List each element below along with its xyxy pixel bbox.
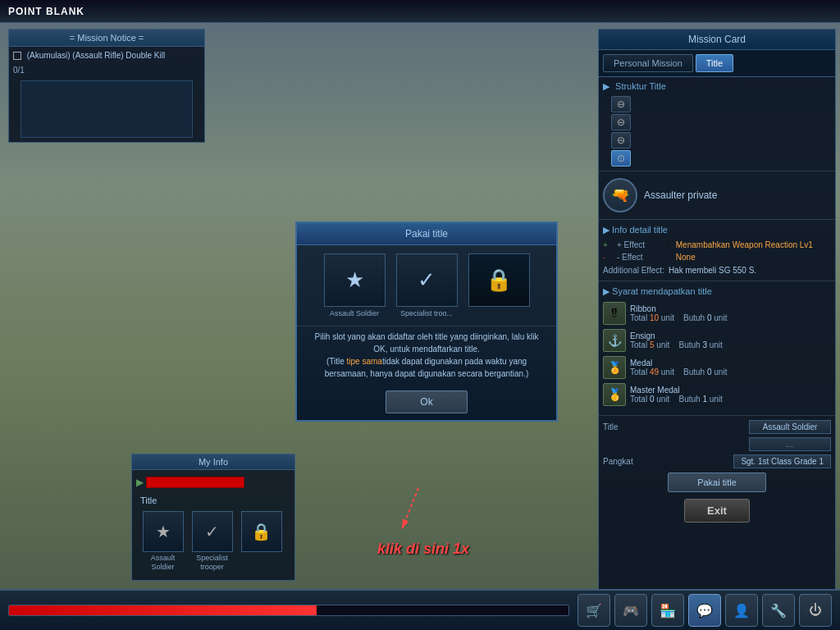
scroll-btn-1[interactable]: ⊖ bbox=[611, 96, 631, 112]
req-ribbon: 🎖 Ribbon Total 10 unit Butuh 0 unit bbox=[603, 302, 831, 325]
medal-name: Medal bbox=[630, 358, 831, 368]
bottom-progress-fill bbox=[9, 605, 317, 615]
modal-slot-2: ✓ Specialist troo... bbox=[394, 253, 459, 317]
title-slot-box-2[interactable]: ✓ bbox=[192, 511, 233, 552]
pangkat-row: Pangkat Sgt. 1st Class Grade 1 bbox=[603, 454, 831, 468]
ensign-info: Ensign Total 5 unit Butuh 3 unit bbox=[630, 331, 831, 349]
mission-checkbox[interactable] bbox=[13, 52, 21, 60]
dots-value: .... bbox=[749, 437, 831, 451]
selected-title-area: 🔫 Assaulter private bbox=[599, 171, 835, 220]
medal-info: Medal Total 49 unit Butuh 0 unit bbox=[630, 358, 831, 377]
req-medal: 🏅 Medal Total 49 unit Butuh 0 unit bbox=[603, 356, 831, 379]
my-info-title-slots: ★ Assault Soldier ✓ Specialisttrooper 🔒 bbox=[136, 507, 290, 576]
plus-effect-row: + + Effect : Menambahkan Weapon Reaction… bbox=[603, 240, 831, 249]
ribbon-butuh: 0 bbox=[707, 313, 712, 322]
mission-tabs: Personal Mission Title bbox=[599, 50, 835, 77]
title-scroll-buttons: ⊖ ⊖ ⊖ ⊙ bbox=[603, 96, 831, 167]
modal-title: Pakai title bbox=[297, 223, 556, 245]
master-medal-name: Master Medal bbox=[630, 386, 831, 395]
master-medal-details: Total 0 unit Butuh 1 unit bbox=[630, 395, 831, 404]
title-slot-box-1[interactable]: ★ bbox=[143, 511, 184, 552]
modal-slot-box-3[interactable]: 🔒 bbox=[468, 253, 530, 307]
title-icon: 🔫 bbox=[603, 178, 637, 212]
title-slot-1: ★ Assault Soldier bbox=[140, 511, 185, 572]
modal-text-highlight: tipe sama bbox=[347, 357, 382, 366]
bottom-icon-store[interactable]: 🏪 bbox=[651, 594, 684, 627]
bottom-icon-chat[interactable]: 💬 bbox=[688, 594, 721, 627]
expand-icon[interactable]: ▶ bbox=[603, 81, 609, 91]
title-slot-label-1: Assault Soldier bbox=[140, 554, 185, 572]
bottom-icon-profile[interactable]: 👤 bbox=[725, 594, 758, 627]
mission-card-panel: Mission Card Personal Mission Title ▶ St… bbox=[598, 29, 836, 603]
scroll-btn-3[interactable]: ⊖ bbox=[611, 132, 631, 148]
title-slot-3: 🔒 bbox=[239, 511, 284, 572]
tab-title[interactable]: Title bbox=[696, 54, 733, 72]
logo-area: POINT BLANK bbox=[0, 6, 93, 17]
title-slot-box-3[interactable]: 🔒 bbox=[241, 511, 282, 552]
title-extra-label: Title bbox=[603, 422, 644, 431]
modal-ok-button[interactable]: Ok bbox=[386, 390, 468, 413]
ensign-icon: ⚓ bbox=[603, 329, 626, 352]
title-slot-label-2: Specialisttrooper bbox=[189, 554, 235, 572]
ensign-details: Total 5 unit Butuh 3 unit bbox=[630, 340, 831, 349]
modal-instruction-text: Pilih slot yang akan didaftar oleh title… bbox=[297, 326, 556, 384]
ribbon-total: 10 bbox=[650, 313, 659, 322]
mission-notice-item: (Akumulasi) (Assault Rifle) Double Kill bbox=[9, 47, 204, 64]
title-structure-section: ▶ Struktur Title ⊖ ⊖ ⊖ ⊙ bbox=[599, 77, 835, 171]
modal-slot-label-2: Specialist troo... bbox=[394, 309, 459, 317]
additional-effect-row: Additional Effect: Hak membeli SG 550 S. bbox=[603, 265, 831, 276]
requirements-section: ▶ Syarat mendapatkan title 🎖 Ribbon Tota… bbox=[599, 281, 835, 416]
selected-title-name: Assaulter private bbox=[644, 189, 717, 201]
svg-line-1 bbox=[402, 488, 418, 529]
pakai-title-modal: Pakai title ★ Assault Soldier ✓ Speciali… bbox=[295, 221, 558, 422]
ribbon-info: Ribbon Total 10 unit Butuh 0 unit bbox=[630, 304, 831, 322]
minus-sign: - bbox=[603, 253, 613, 262]
title-extra-value: Assault Soldier bbox=[749, 420, 831, 434]
master-medal-info: Master Medal Total 0 unit Butuh 1 unit bbox=[630, 386, 831, 404]
modal-slot-1: ★ Assault Soldier bbox=[322, 253, 387, 317]
modal-text-line1: Pilih slot yang akan didaftar oleh title… bbox=[315, 332, 539, 341]
bottom-icon-settings[interactable]: 🔧 bbox=[762, 594, 795, 627]
medal-details: Total 49 unit Butuh 0 unit bbox=[630, 368, 831, 377]
tab-personal-mission[interactable]: Personal Mission bbox=[603, 54, 693, 72]
logo-text: POINT BLANK bbox=[8, 6, 84, 17]
modal-slot-box-1[interactable]: ★ bbox=[324, 253, 386, 307]
title-section-label: Title bbox=[136, 494, 290, 507]
minus-effect-row: - - Effect : None bbox=[603, 253, 831, 262]
modal-text-line4: tidak dapat digunakan pada waktu yang bbox=[382, 357, 527, 366]
bottom-icon-shop[interactable]: 🛒 bbox=[578, 594, 610, 627]
mission-notice-title: = Mission Notice = bbox=[9, 30, 204, 47]
mission-notice-panel: = Mission Notice = (Akumulasi) (Assault … bbox=[8, 29, 205, 143]
bottom-icon-power[interactable]: ⏻ bbox=[799, 594, 832, 627]
pangkat-label: Pangkat bbox=[603, 457, 644, 466]
my-info-title: My Info bbox=[132, 454, 294, 470]
scroll-btn-2[interactable]: ⊖ bbox=[611, 114, 631, 130]
extra-info-section: Title Assault Soldier .... Pangkat Sgt. … bbox=[599, 416, 835, 533]
ensign-name: Ensign bbox=[630, 331, 831, 340]
bottom-progress-bar bbox=[8, 605, 569, 616]
info-detail-section: ▶ Info detail title + + Effect : Menamba… bbox=[599, 220, 835, 281]
effect-minus-value: None bbox=[676, 253, 696, 262]
additional-value: Hak membeli SG 550 S. bbox=[669, 265, 756, 276]
title-structure-header: ▶ Struktur Title bbox=[603, 81, 831, 92]
additional-label: Additional Effect: bbox=[603, 265, 664, 276]
modal-slot-box-2[interactable]: ✓ bbox=[396, 253, 458, 307]
pakai-title-button[interactable]: Pakai title bbox=[668, 472, 766, 492]
exit-button[interactable]: Exit bbox=[684, 499, 750, 523]
master-medal-total: 0 bbox=[650, 395, 655, 404]
effect-plus-label: + Effect bbox=[617, 240, 662, 249]
modal-slot-label-1: Assault Soldier bbox=[322, 309, 387, 317]
annotation-area: klik di sini 1x bbox=[377, 541, 469, 558]
mission-item-text: (Akumulasi) (Assault Rifle) Double Kill bbox=[27, 51, 165, 60]
mission-progress-text: 0/1 bbox=[9, 64, 204, 76]
title-row: Title Assault Soldier bbox=[603, 420, 831, 434]
bottom-icon-game[interactable]: 🎮 bbox=[614, 594, 647, 627]
health-bar bbox=[146, 477, 244, 488]
title-structure-label: Struktur Title bbox=[615, 81, 666, 91]
bottom-bar: 🛒 🎮 🏪 💬 👤 🔧 ⏻ bbox=[0, 589, 840, 630]
medal-icon: 🏅 bbox=[603, 356, 626, 379]
scroll-btn-4[interactable]: ⊙ bbox=[611, 150, 631, 167]
modal-text-line2: OK, untuk mendaftarkan title. bbox=[373, 345, 480, 354]
my-info-panel: My Info ▶ Title ★ Assault Soldier ✓ Spec… bbox=[131, 454, 295, 581]
ribbon-icon: 🎖 bbox=[603, 302, 626, 325]
